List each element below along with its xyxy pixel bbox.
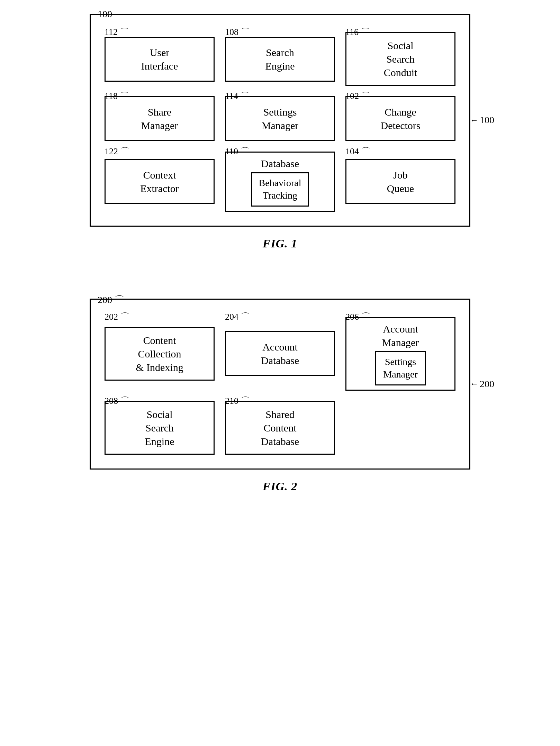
figure-2-outer-box: 200 ⌒ ← 200 202 ⌒ ContentCollection& Ind… [90, 299, 470, 470]
fig1-right-label: ← 100 [470, 115, 494, 126]
box-122: ContextExtractor [105, 159, 215, 204]
component-114: 114 ⌒ SettingsManager [225, 96, 335, 141]
box-114: SettingsManager [225, 96, 335, 141]
figure-1-wrapper: 100 ← 100 112 ⌒ UserInterface 108 ⌒ Sear… [28, 14, 532, 250]
component-118: 118 ⌒ ShareManager [105, 96, 215, 141]
component-110: 110 ⌒ Database BehavioralTracking [225, 152, 335, 212]
box-112: UserInterface [105, 37, 215, 82]
label-122: 122 ⌒ [105, 145, 129, 157]
box-110: Database BehavioralTracking [225, 152, 335, 212]
box-204: AccountDatabase [225, 331, 335, 376]
component-108: 108 ⌒ SearchEngine [225, 32, 335, 86]
figure-1-outer-box: 100 ← 100 112 ⌒ UserInterface 108 ⌒ Sear… [90, 14, 470, 227]
box-208: SocialSearchEngine [105, 401, 215, 455]
box-116: SocialSearchConduit [345, 32, 455, 86]
fig2-grid: 202 ⌒ ContentCollection& Indexing 204 ⌒ … [105, 317, 455, 455]
box-206-inner: SettingsManager [375, 351, 426, 385]
box-202: ContentCollection& Indexing [105, 327, 215, 381]
box-102: ChangeDetectors [345, 96, 455, 141]
fig2-caption: FIG. 2 [263, 480, 297, 493]
box-108: SearchEngine [225, 37, 335, 82]
figure-2-wrapper: 200 ⌒ ← 200 202 ⌒ ContentCollection& Ind… [28, 299, 532, 493]
box-104: JobQueue [345, 159, 455, 204]
component-208: 208 ⌒ SocialSearchEngine [105, 401, 215, 455]
box-118: ShareManager [105, 96, 215, 141]
label-202: 202 ⌒ [105, 311, 129, 323]
component-104: 104 ⌒ JobQueue [345, 152, 455, 212]
component-204: 204 ⌒ AccountDatabase [225, 317, 335, 391]
fig2-right-label: ← 200 [470, 379, 494, 390]
component-empty [345, 401, 455, 455]
box-110-inner: BehavioralTracking [251, 172, 309, 207]
label-204: 204 ⌒ [225, 311, 250, 323]
component-102: 102 ⌒ ChangeDetectors [345, 96, 455, 141]
box-206: AccountManager SettingsManager [345, 317, 455, 391]
fig1-grid: 112 ⌒ UserInterface 108 ⌒ SearchEngine 1… [105, 32, 455, 212]
box-110-label: Database [261, 157, 299, 170]
component-202: 202 ⌒ ContentCollection& Indexing [105, 317, 215, 391]
fig2-outer-label: 200 ⌒ [98, 293, 124, 307]
fig1-caption: FIG. 1 [263, 237, 297, 250]
component-210: 210 ⌒ SharedContentDatabase [225, 401, 335, 455]
component-122: 122 ⌒ ContextExtractor [105, 152, 215, 212]
box-210: SharedContentDatabase [225, 401, 335, 455]
component-112: 112 ⌒ UserInterface [105, 32, 215, 86]
box-206-label: AccountManager [382, 322, 419, 349]
component-116: 116 ⌒ SocialSearchConduit [345, 32, 455, 86]
label-104: 104 ⌒ [345, 145, 370, 157]
fig1-outer-label: 100 [98, 9, 112, 20]
component-206: 206 ⌒ AccountManager SettingsManager [345, 317, 455, 391]
